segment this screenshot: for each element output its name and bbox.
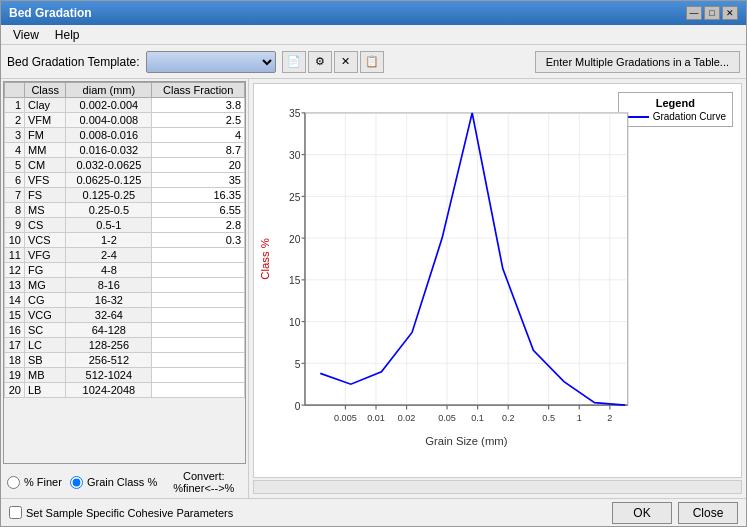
- right-panel: Class % Legend Gradation Curve 051015202…: [249, 79, 746, 498]
- row-fraction[interactable]: 16.35: [152, 188, 245, 203]
- table-row: 13 MG 8-16: [5, 278, 245, 293]
- close-button-bottom[interactable]: Close: [678, 502, 738, 524]
- table-row: 1 Clay 0.002-0.004 3.8: [5, 98, 245, 113]
- left-panel: Class diam (mm) Class Fraction 1 Clay 0.…: [1, 79, 249, 498]
- finer-radio[interactable]: [7, 476, 20, 489]
- svg-text:0.5: 0.5: [542, 413, 555, 423]
- svg-text:0: 0: [295, 401, 301, 412]
- maximize-button[interactable]: □: [704, 6, 720, 20]
- table-row: 5 CM 0.032-0.0625 20: [5, 158, 245, 173]
- row-fraction[interactable]: [152, 368, 245, 383]
- row-class: Clay: [25, 98, 66, 113]
- row-fraction[interactable]: [152, 323, 245, 338]
- row-diam: 8-16: [66, 278, 152, 293]
- row-fraction[interactable]: [152, 263, 245, 278]
- row-diam: 4-8: [66, 263, 152, 278]
- row-diam: 128-256: [66, 338, 152, 353]
- grain-radio-group: Grain Class %: [70, 476, 157, 489]
- svg-text:0.01: 0.01: [367, 413, 385, 423]
- chart-svg: 051015202530350.0050.010.020.050.10.20.5…: [254, 84, 741, 477]
- row-class: MG: [25, 278, 66, 293]
- row-class: LB: [25, 383, 66, 398]
- row-class: VCG: [25, 308, 66, 323]
- table-row: 17 LC 128-256: [5, 338, 245, 353]
- row-diam: 32-64: [66, 308, 152, 323]
- minimize-button[interactable]: —: [686, 6, 702, 20]
- row-diam: 16-32: [66, 293, 152, 308]
- row-diam: 2-4: [66, 248, 152, 263]
- row-fraction[interactable]: 0.3: [152, 233, 245, 248]
- settings-button[interactable]: ⚙: [308, 51, 332, 73]
- row-fraction[interactable]: 20: [152, 158, 245, 173]
- row-fraction[interactable]: [152, 308, 245, 323]
- row-fraction[interactable]: [152, 338, 245, 353]
- row-fraction[interactable]: [152, 293, 245, 308]
- row-fraction[interactable]: 3.8: [152, 98, 245, 113]
- row-id: 7: [5, 188, 25, 203]
- row-fraction[interactable]: 2.5: [152, 113, 245, 128]
- svg-text:25: 25: [289, 192, 301, 203]
- bottom-bar: Set Sample Specific Cohesive Parameters …: [1, 498, 746, 526]
- window-title: Bed Gradation: [9, 6, 92, 20]
- window-controls: — □ ✕: [686, 6, 738, 20]
- enter-multiple-button[interactable]: Enter Multiple Gradations in a Table...: [535, 51, 740, 73]
- gradation-table-container[interactable]: Class diam (mm) Class Fraction 1 Clay 0.…: [3, 81, 246, 464]
- row-fraction[interactable]: 8.7: [152, 143, 245, 158]
- row-fraction[interactable]: [152, 248, 245, 263]
- row-diam: 0.008-0.016: [66, 128, 152, 143]
- row-fraction[interactable]: 2.8: [152, 218, 245, 233]
- row-diam: 0.5-1: [66, 218, 152, 233]
- svg-text:Grain Size (mm): Grain Size (mm): [425, 435, 508, 447]
- row-id: 17: [5, 338, 25, 353]
- row-fraction[interactable]: [152, 278, 245, 293]
- template-select[interactable]: [146, 51, 276, 73]
- svg-text:35: 35: [289, 108, 301, 119]
- row-class: SB: [25, 353, 66, 368]
- row-diam: 0.25-0.5: [66, 203, 152, 218]
- cohesive-checkbox[interactable]: [9, 506, 22, 519]
- row-diam: 1024-2048: [66, 383, 152, 398]
- row-id: 6: [5, 173, 25, 188]
- chart-scrollbar[interactable]: [253, 480, 742, 494]
- table-row: 18 SB 256-512: [5, 353, 245, 368]
- row-fraction[interactable]: [152, 383, 245, 398]
- svg-text:0.05: 0.05: [438, 413, 456, 423]
- grain-radio[interactable]: [70, 476, 83, 489]
- row-class: LC: [25, 338, 66, 353]
- col-header-id: [5, 83, 25, 98]
- close-button[interactable]: ✕: [722, 6, 738, 20]
- clear-button[interactable]: ✕: [334, 51, 358, 73]
- row-fraction[interactable]: 35: [152, 173, 245, 188]
- row-class: VFG: [25, 248, 66, 263]
- row-diam: 1-2: [66, 233, 152, 248]
- table-row: 12 FG 4-8: [5, 263, 245, 278]
- finer-label: % Finer: [24, 476, 62, 488]
- row-fraction[interactable]: 4: [152, 128, 245, 143]
- table-row: 6 VFS 0.0625-0.125 35: [5, 173, 245, 188]
- toolbar: Bed Gradation Template: 📄 ⚙ ✕ 📋 Enter Mu…: [1, 45, 746, 79]
- table-row: 20 LB 1024-2048: [5, 383, 245, 398]
- gradation-table: Class diam (mm) Class Fraction 1 Clay 0.…: [4, 82, 245, 398]
- row-id: 9: [5, 218, 25, 233]
- row-fraction[interactable]: 6.55: [152, 203, 245, 218]
- row-id: 10: [5, 233, 25, 248]
- row-id: 1: [5, 98, 25, 113]
- row-class: VFS: [25, 173, 66, 188]
- new-document-button[interactable]: 📄: [282, 51, 306, 73]
- col-header-diam: diam (mm): [66, 83, 152, 98]
- menu-view[interactable]: View: [5, 27, 47, 43]
- row-fraction[interactable]: [152, 353, 245, 368]
- svg-text:Class %: Class %: [259, 238, 271, 280]
- row-id: 3: [5, 128, 25, 143]
- menu-bar: View Help: [1, 25, 746, 45]
- col-header-fraction: Class Fraction: [152, 83, 245, 98]
- svg-text:30: 30: [289, 150, 301, 161]
- table-row: 16 SC 64-128: [5, 323, 245, 338]
- ok-button[interactable]: OK: [612, 502, 672, 524]
- template-label: Bed Gradation Template:: [7, 55, 140, 69]
- menu-help[interactable]: Help: [47, 27, 88, 43]
- copy-button[interactable]: 📋: [360, 51, 384, 73]
- main-window: Bed Gradation — □ ✕ View Help Bed Gradat…: [0, 0, 747, 527]
- row-diam: 0.032-0.0625: [66, 158, 152, 173]
- svg-text:20: 20: [289, 234, 301, 245]
